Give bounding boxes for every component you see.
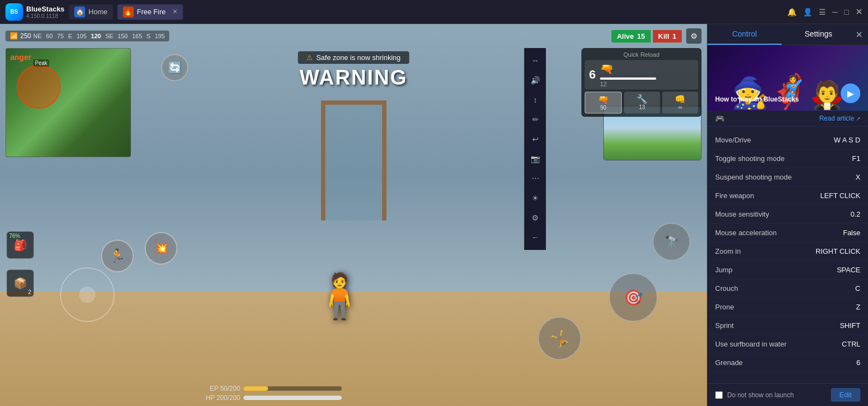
safe-zone-label: Safe zone is now shrinking — [316, 53, 401, 62]
compass-105: 105 — [76, 33, 86, 39]
weapon-1-ammo: 90 — [587, 105, 619, 111]
freefire-tab[interactable]: 🔥 Free Fire ✕ — [117, 4, 183, 20]
weapon-3-ammo: ∞ — [664, 104, 696, 110]
jump-label: Jump — [715, 266, 837, 274]
fire-weapon-label: Fire weapon — [715, 192, 821, 200]
warning-banner: ⚠ Safe zone is now shrinking WARNING — [298, 51, 409, 89]
zoom-in-label: Zoom in — [715, 247, 816, 255]
side-icon-expand[interactable]: ↔ — [527, 52, 544, 69]
warning-text: WARNING — [298, 66, 409, 89]
shoot-button[interactable]: 🎯 — [609, 273, 658, 322]
read-article-label: Read article — [819, 115, 854, 122]
grenade-label: Grenade — [715, 359, 857, 367]
weapon-slot-1[interactable]: 🔫 90 — [585, 92, 622, 114]
logo-text: BS — [10, 9, 18, 15]
minimize-icon[interactable]: ─ — [833, 8, 838, 16]
scope-button[interactable]: 🔭 — [652, 223, 691, 261]
control-sprint: Sprint SHIFT — [708, 317, 868, 335]
control-move: Move/Drive W A S D — [708, 131, 868, 150]
notification-icon[interactable]: 🔔 — [787, 8, 796, 16]
control-panel: Move/Drive W A S D Toggle shooting mode … — [708, 127, 868, 383]
mouse-sensitivity-value: 0.2 — [851, 210, 860, 218]
toggle-shooting-label: Toggle shooting mode — [715, 154, 852, 163]
compass-area: 📶 250 NE 60 75 E 105 120 SE 150 165 S 19… — [5, 31, 169, 41]
alive-kill-area: Alive 15 Kill 1 ⚙ — [611, 28, 701, 44]
control-zoom-in: Zoom in RIGHT CLICK — [708, 242, 868, 261]
game-settings-icon[interactable]: ⚙ — [686, 28, 701, 44]
side-icon-screenshot[interactable]: 📷 — [527, 151, 544, 167]
tab-control[interactable]: Control — [708, 24, 782, 45]
weapon-slot-3[interactable]: 👊 ∞ — [662, 92, 698, 114]
toggle-shooting-value: F1 — [852, 154, 860, 163]
dont-show-checkbox[interactable] — [715, 391, 723, 399]
safe-zone-text: ⚠ Safe zone is now shrinking — [298, 51, 409, 64]
joystick-area[interactable] — [60, 267, 115, 322]
edit-button[interactable]: Edit — [831, 388, 860, 402]
menu-icon[interactable]: ☰ — [819, 8, 826, 16]
compass-120: 120 — [91, 33, 101, 39]
quick-reload-main: 6 🔫 12 — [585, 60, 698, 89]
mouse-acceleration-label: Mouse acceleration — [715, 229, 843, 237]
close-icon[interactable]: ✕ — [855, 7, 863, 17]
warning-triangle-icon: ⚠ — [306, 53, 313, 62]
side-icon-resize[interactable]: ↕ — [527, 92, 544, 108]
control-toggle-shooting: Toggle shooting mode F1 — [708, 150, 868, 168]
ep-bar-track — [243, 386, 342, 391]
side-icon-rotate[interactable]: ↩ — [527, 131, 544, 147]
sidebar-close-icon[interactable]: ✕ — [855, 29, 863, 40]
control-mouse-sensitivity: Mouse sensitivity 0.2 — [708, 205, 868, 224]
home-tab[interactable]: 🏠 Home — [69, 4, 113, 20]
side-icon-back[interactable]: ← — [527, 229, 544, 246]
external-link-icon: ↗ — [856, 116, 860, 122]
prone-button[interactable]: 🤸 — [538, 317, 581, 360]
tab-settings[interactable]: Settings — [782, 24, 856, 45]
weapon-1-icon: 🔫 — [587, 94, 619, 105]
alive-label: Alive — [617, 32, 634, 40]
right-sidebar: Control Settings ✕ 🧙 🦸 🧛 ▶ How to play o… — [707, 24, 868, 406]
ammo-bar-area: 🔫 12 — [600, 62, 694, 87]
compass-s: S — [146, 33, 150, 39]
sprint-label: Sprint — [715, 321, 840, 330]
weapon-2-ammo: 13 — [626, 104, 658, 110]
app-logo: BS BlueStacks 4.150.0.1118 — [5, 3, 64, 21]
control-header: 🎮 Read article ↗ — [708, 111, 868, 127]
weapon-slots: 🔫 90 🔧 13 👊 ∞ — [585, 92, 698, 114]
bluestacks-icon: BS — [5, 3, 23, 21]
side-icon-settings[interactable]: ⚙ — [527, 210, 544, 226]
side-icon-sound[interactable]: 🔊 — [527, 72, 544, 88]
side-icon-more[interactable]: ⋯ — [527, 170, 544, 187]
side-icon-brightness[interactable]: ☀ — [527, 190, 544, 206]
crouch-value: C — [855, 284, 860, 292]
minimap-danger-label: anger — [10, 53, 31, 62]
control-fire-weapon: Fire weapon LEFT CLICK — [708, 187, 868, 205]
titlebar: BS BlueStacks 4.150.0.1118 🏠 Home 🔥 Free… — [0, 0, 868, 24]
side-icon-bar: ↔ 🔊 ↕ ✏ ↩ 📷 ⋯ ☀ ⚙ ← — [524, 48, 546, 250]
compass-60: 60 — [46, 33, 52, 39]
game-area[interactable]: 📶 250 NE 60 75 E 105 120 SE 150 165 S 19… — [0, 24, 707, 406]
alive-count: 15 — [637, 32, 645, 40]
run-button[interactable]: 🏃 — [101, 240, 134, 272]
compass-75: 75 — [57, 33, 64, 39]
read-article-link[interactable]: Read article ↗ — [819, 115, 860, 122]
side-icon-edit[interactable]: ✏ — [527, 111, 544, 128]
look-button[interactable]: 🔄 — [161, 54, 188, 81]
tab-close-icon[interactable]: ✕ — [173, 8, 177, 15]
promo-title: How to play on BlueStacks — [715, 95, 799, 103]
signal-value: 250 — [20, 32, 31, 40]
weapon-icon: 🔫 — [600, 62, 694, 75]
promo-background: 🧙 🦸 🧛 ▶ How to play on BlueStacks — [708, 45, 868, 111]
ep-row: EP 50/200 — [191, 385, 342, 392]
control-grenade: Grenade 6 — [708, 354, 868, 372]
maximize-icon[interactable]: □ — [845, 8, 849, 16]
ep-bar-fill — [243, 386, 268, 391]
player-character: 🧍 — [312, 271, 367, 322]
weapon-slot-2[interactable]: 🔧 13 — [624, 92, 660, 114]
surfboard-value: CTRL — [842, 340, 860, 348]
ammo-bar — [600, 77, 656, 80]
promo-play-button[interactable]: ▶ — [841, 83, 860, 103]
account-icon[interactable]: 👤 — [803, 8, 812, 16]
mouse-sensitivity-label: Mouse sensitivity — [715, 210, 851, 218]
crouch-label: Crouch — [715, 284, 855, 292]
window-controls: 🔔 👤 ☰ ─ □ ✕ — [787, 7, 863, 17]
attack-button[interactable]: 💥 — [145, 232, 177, 265]
